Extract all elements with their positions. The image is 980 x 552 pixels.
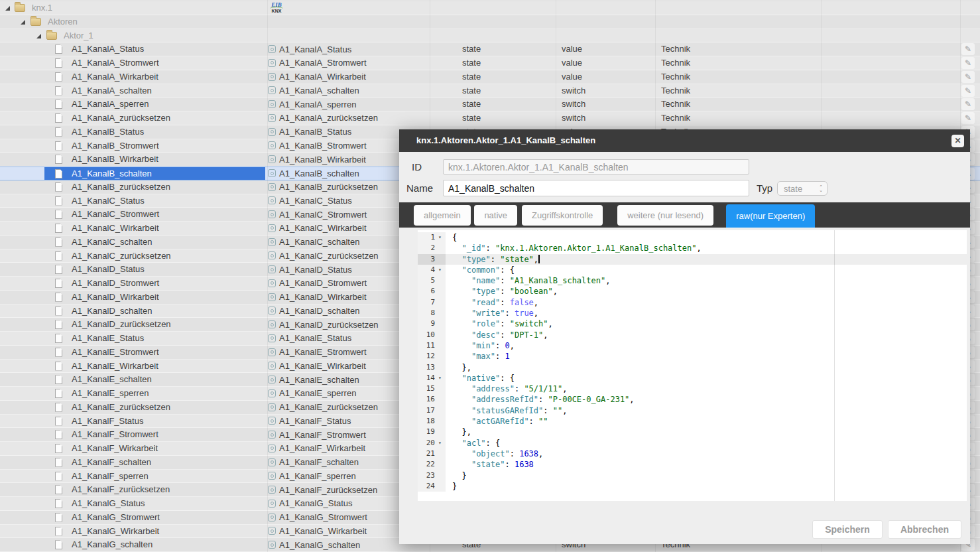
name-field[interactable]	[443, 180, 749, 196]
code-line[interactable]: 12 "max": 1	[418, 351, 967, 362]
object-row[interactable]: Aktor_1	[0, 29, 980, 43]
object-name-cell: A1_KanalE_zurücksetzen	[268, 401, 378, 414]
object-row[interactable]: A1_KanalA_sperrenA1_KanalA_sperrenstates…	[0, 98, 980, 111]
object-row[interactable]: A1_KanalA_WirkarbeitA1_KanalA_Wirkarbeit…	[0, 70, 980, 84]
object-row[interactable]: A1_KanalA_schaltenA1_KanalA_schaltenstat…	[0, 84, 980, 98]
code-line[interactable]: 20▾ "acl": {	[418, 438, 967, 448]
fold-arrow-icon[interactable]	[435, 481, 445, 492]
state-icon	[268, 486, 276, 494]
code-line[interactable]: 2 "_id": "knx.1.Aktoren.Aktor_1.A1_Kanal…	[418, 243, 967, 253]
code-line[interactable]: 8 "write": true,	[418, 308, 967, 318]
code-line[interactable]: 24}	[418, 481, 967, 492]
expand-triangle-icon[interactable]	[21, 20, 25, 25]
object-name-cell: A1_KanalA_Status	[268, 42, 351, 56]
code-line[interactable]: 3 "type": "state",	[418, 254, 967, 265]
code-line[interactable]: 1▾{	[418, 232, 967, 243]
code-line[interactable]: 4▾ "common": {	[418, 265, 967, 275]
object-row[interactable]: Aktoren	[0, 15, 980, 29]
code-line[interactable]: 11 "min": 0,	[418, 340, 967, 351]
code-line[interactable]: 7 "read": false,	[418, 297, 967, 308]
fold-arrow-icon[interactable]	[435, 286, 445, 297]
id-field[interactable]	[443, 159, 749, 174]
edit-pencil-icon[interactable]: ✎	[961, 112, 975, 124]
expand-triangle-icon[interactable]	[36, 34, 41, 38]
fold-arrow-icon[interactable]	[435, 275, 445, 286]
fold-arrow-icon[interactable]	[435, 297, 445, 308]
object-row[interactable]: A1_KanalA_StromwertA1_KanalA_Stromwertst…	[0, 56, 980, 70]
code-line[interactable]: 17 "statusGARefId": "",	[418, 405, 967, 416]
tab-zugriffskontrolle[interactable]: Zugriffskontrolle	[522, 205, 603, 226]
code-line[interactable]: 16 "addressRefId": "P-00CE-0_GA-231",	[418, 394, 967, 405]
object-room-cell: Technik	[661, 98, 690, 111]
code-line[interactable]: 18 "actGARefId": ""	[418, 416, 967, 427]
code-line[interactable]: 6 "type": "boolean",	[418, 286, 967, 297]
object-id-label: A1_KanalC_Wirkarbeit	[72, 222, 159, 235]
edit-pencil-icon[interactable]: ✎	[961, 98, 975, 110]
edit-pencil-icon[interactable]: ✎	[961, 85, 975, 97]
object-room-cell: Technik	[661, 56, 690, 70]
fold-arrow-icon[interactable]	[435, 470, 445, 481]
tab-weitere-nur-lesend-[interactable]: weitere (nur lesend)	[617, 205, 713, 226]
fold-arrow-icon[interactable]	[435, 459, 445, 470]
state-icon	[268, 265, 276, 273]
object-name-cell: A1_KanalD_Wirkarbeit	[268, 291, 367, 304]
object-id-label: A1_KanalE_sperren	[72, 387, 149, 400]
fold-arrow-icon[interactable]	[435, 448, 445, 459]
folder-label: Aktoren	[48, 15, 78, 29]
fold-arrow-icon[interactable]	[435, 308, 445, 318]
code-line[interactable]: 22 "state": 1638	[418, 459, 967, 470]
tab-native[interactable]: native	[474, 205, 517, 226]
object-id-label: A1_KanalB_zurücksetzen	[72, 180, 170, 194]
fold-arrow-icon[interactable]	[435, 351, 445, 362]
fold-arrow-icon[interactable]	[435, 427, 445, 437]
edit-pencil-icon[interactable]: ✎	[961, 71, 975, 83]
code-line[interactable]: 5 "name": "A1_KanalB_schalten",	[418, 275, 967, 286]
code-line[interactable]: 19 },	[418, 427, 967, 437]
fold-arrow-icon[interactable]	[435, 340, 445, 351]
code-line[interactable]: 21 "object": 1638,	[418, 448, 967, 459]
object-id-label: A1_KanalG_Status	[72, 497, 145, 510]
tab-raw-nur-experten-[interactable]: raw(nur Experten)	[726, 204, 815, 228]
dialog-tabs-bar: allgemeinnativeZugriffskontrolleweitere …	[399, 202, 970, 228]
code-line[interactable]: 13 },	[418, 362, 967, 373]
expand-triangle-icon[interactable]	[5, 6, 10, 11]
fold-arrow-icon[interactable]	[435, 243, 445, 253]
typ-select[interactable]: state ⌃⌄	[777, 181, 827, 196]
code-line[interactable]: 23 }	[418, 470, 967, 481]
fold-arrow-icon[interactable]	[435, 416, 445, 427]
state-icon	[268, 320, 276, 328]
state-icon	[268, 541, 276, 549]
json-code-editor[interactable]: 1▾{2 "_id": "knx.1.Aktoren.Aktor_1.A1_Ka…	[418, 230, 967, 501]
edit-pencil-icon[interactable]: ✎	[961, 57, 975, 69]
state-icon	[268, 445, 276, 452]
fold-arrow-icon[interactable]	[435, 394, 445, 405]
tab-allgemein[interactable]: allgemein	[414, 205, 471, 226]
code-line[interactable]: 9 "role": "switch",	[418, 318, 967, 329]
fold-arrow-icon[interactable]: ▾	[435, 232, 445, 243]
fold-arrow-icon[interactable]	[435, 383, 445, 394]
fold-arrow-icon[interactable]	[435, 330, 445, 340]
fold-arrow-icon[interactable]	[435, 254, 445, 265]
fold-arrow-icon[interactable]	[435, 405, 445, 416]
state-icon	[268, 86, 276, 94]
object-row[interactable]: A1_KanalA_StatusA1_KanalA_Statusstateval…	[0, 42, 980, 56]
fold-arrow-icon[interactable]: ▾	[435, 265, 445, 275]
fold-arrow-icon[interactable]	[435, 318, 445, 329]
fold-arrow-icon[interactable]	[435, 362, 445, 373]
code-line[interactable]: 14▾ "native": {	[418, 373, 967, 383]
save-button[interactable]: Speichern	[812, 520, 883, 539]
object-id-label: A1_KanalC_schalten	[72, 236, 152, 249]
fold-arrow-icon[interactable]: ▾	[435, 373, 445, 383]
code-line[interactable]: 10 "desc": "DPT-1",	[418, 330, 967, 340]
close-icon[interactable]: ✕	[951, 135, 964, 147]
code-line[interactable]: 15 "address": "5/1/11",	[418, 383, 967, 394]
cancel-button[interactable]: Abbrechen	[888, 520, 961, 539]
file-icon	[55, 375, 62, 384]
fold-arrow-icon[interactable]: ▾	[435, 438, 445, 448]
object-row[interactable]: knx.1EIBKNX	[0, 1, 980, 15]
object-name-cell: A1_KanalF_zurücksetzen	[268, 483, 377, 496]
file-icon	[55, 499, 62, 508]
object-id-label: A1_KanalD_Wirkarbeit	[72, 291, 159, 304]
object-row[interactable]: A1_KanalA_zurücksetzenA1_KanalA_zurückse…	[0, 111, 980, 125]
edit-pencil-icon[interactable]: ✎	[961, 43, 975, 55]
